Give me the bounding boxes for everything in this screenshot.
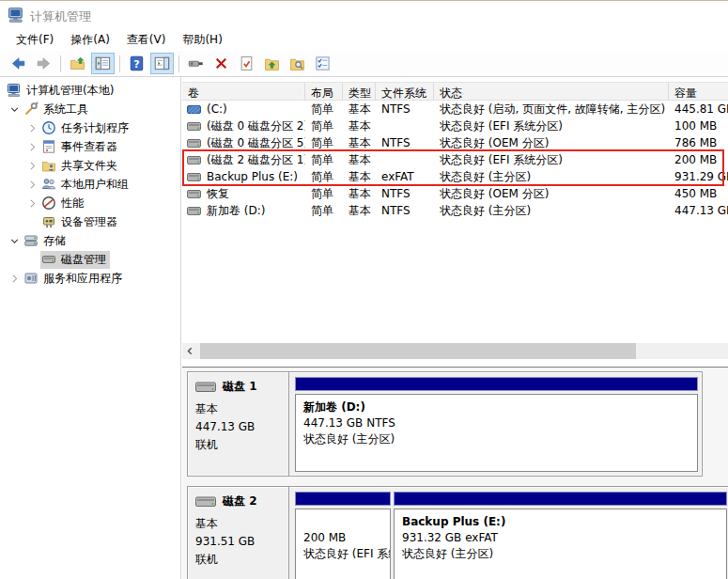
disk-size: 931.51 GB (195, 533, 288, 551)
menu-item-1[interactable]: 操作(A) (62, 29, 118, 51)
show-action-pane-button[interactable] (150, 53, 174, 74)
chevron-right-icon[interactable] (23, 177, 40, 192)
table-row[interactable]: (磁盘 2 磁盘分区 1) 简单 基本 状态良好 (EFI 系统分区) 200 … (182, 151, 728, 168)
device-manager-icon (41, 214, 56, 229)
volume-table-header: 卷布局类型文件系统状态容量 (182, 82, 728, 101)
type-cell: 基本 (343, 186, 376, 202)
shared-folder-icon (41, 158, 56, 173)
tree-item-10[interactable]: 服务和应用程序 (0, 269, 180, 288)
explore-folder-button[interactable] (286, 53, 309, 74)
tree-item-selection: 本地用户和组 (40, 176, 132, 194)
table-row[interactable]: (C:) 简单 基本 NTFS 状态良好 (启动, 页面文件, 故障转储, 主分… (182, 101, 728, 117)
scrollbar-thumb[interactable] (200, 343, 636, 359)
tree-item-8[interactable]: 存储 (0, 231, 180, 250)
chevron-down-icon[interactable] (6, 102, 23, 117)
type-cell: 基本 (343, 102, 376, 117)
tree-item-selection: 任务计划程序 (40, 119, 132, 137)
chevron-placeholder[interactable] (23, 214, 40, 229)
open-folder-button[interactable] (260, 53, 284, 74)
partition-status-line: 状态良好 (EFI 系统分 (303, 546, 390, 562)
filesystem-cell: NTFS (376, 187, 434, 200)
tree-item-7[interactable]: 设备管理器 (0, 212, 180, 231)
tree-item-6[interactable]: 性能 (0, 194, 180, 212)
tree-item-3[interactable]: 事件查看器 (0, 137, 180, 156)
properties-check-button[interactable] (235, 53, 258, 74)
scroll-left-icon[interactable] (182, 343, 198, 359)
menu-item-2[interactable]: 查看(V) (118, 29, 175, 51)
tree-item-5[interactable]: 本地用户和组 (0, 175, 180, 194)
table-row[interactable]: (磁盘 0 磁盘分区 2) 简单 基本 状态良好 (EFI 系统分区) 100 … (182, 117, 728, 134)
table-row[interactable]: Backup Plus (E:) 简单 基本 exFAT 状态良好 (主分区) … (182, 168, 728, 185)
title-bar: 计算机管理 (0, 1, 728, 29)
disk-status: 联机 (195, 436, 288, 454)
tree-item-label: 事件查看器 (61, 139, 117, 155)
back-button[interactable] (7, 53, 30, 74)
column-header[interactable]: 类型 (343, 83, 376, 100)
partition-area: 新加卷 (D:) 447.13 GB NTFS 状态良好 (主分区) (289, 372, 702, 476)
check-doc-icon (239, 55, 255, 71)
forward-button[interactable] (32, 53, 55, 74)
chevron-right-icon[interactable] (23, 158, 40, 173)
chevron-placeholder[interactable] (23, 252, 40, 267)
column-header[interactable]: 布局 (305, 83, 343, 100)
status-cell: 状态良好 (启动, 页面文件, 故障转储, 主分区) (434, 102, 669, 117)
menu-item-0[interactable]: 文件(F) (8, 29, 62, 51)
tree-item-1[interactable]: 系统工具 (0, 100, 180, 118)
svg-text:?: ? (133, 58, 139, 70)
up-level-button[interactable] (66, 53, 89, 74)
layout-cell: 简单 (305, 169, 343, 185)
toolbar-separator (119, 55, 120, 72)
capacity-cell: 445.81 GB (669, 102, 728, 116)
clock-icon (41, 120, 56, 135)
chevron-down-icon[interactable] (6, 233, 23, 248)
status-cell: 状态良好 (EFI 系统分区) (434, 152, 669, 168)
type-cell: 基本 (343, 135, 376, 151)
disk-icon (195, 496, 216, 508)
device-tool-button[interactable] (184, 53, 208, 74)
type-cell: 基本 (343, 118, 376, 134)
partition-color-bar (394, 492, 727, 506)
column-header[interactable]: 容量 (669, 83, 728, 100)
disk-panel: 磁盘 2 基本 931.51 GB 联机 200 MB 状态良好 (EFI 系统… (187, 486, 728, 579)
partition-title (303, 514, 390, 530)
tree-item-selection: 性能 (40, 195, 87, 212)
chevron-right-icon[interactable] (23, 139, 40, 154)
capacity-cell: 100 MB (669, 119, 728, 133)
help-button[interactable]: ? (125, 53, 148, 74)
partition-block[interactable]: 200 MB 状态良好 (EFI 系统分 (295, 492, 391, 579)
volume-name-cell: 恢复 (182, 186, 305, 202)
tree-item-4[interactable]: 共享文件夹 (0, 156, 180, 175)
console-tree: 计算机管理(本地) 系统工具 任务计划程序 事件查看器 共享文件夹 本地用户和组 (0, 77, 181, 579)
menu-bar: 文件(F)操作(A)查看(V)帮助(H) (0, 29, 728, 51)
column-header[interactable]: 状态 (434, 83, 669, 100)
show-console-tree-button[interactable] (91, 53, 115, 74)
folder-up-icon (70, 55, 85, 71)
horizontal-scrollbar[interactable] (182, 343, 728, 359)
performance-icon (41, 196, 56, 211)
tree-item-2[interactable]: 任务计划程序 (0, 118, 180, 137)
partition-color-bar (295, 377, 698, 391)
layout-cell: 简单 (305, 118, 343, 134)
delete-volume-button[interactable] (209, 53, 233, 74)
tree-item-label: 性能 (61, 196, 84, 211)
chevron-right-icon[interactable] (23, 196, 40, 211)
layout-cell: 简单 (305, 102, 343, 117)
column-header[interactable]: 卷 (182, 83, 305, 100)
table-row[interactable]: 恢复 简单 基本 NTFS 状态良好 (OEM 分区) 450 MB (182, 185, 728, 202)
disk-label-box[interactable]: 磁盘 2 基本 931.51 GB 联机 (188, 487, 289, 579)
view-options-button[interactable] (311, 53, 334, 74)
tree-item-9[interactable]: 磁盘管理 (0, 250, 180, 269)
layout-cell: 简单 (305, 203, 343, 219)
table-row[interactable]: (磁盘 0 磁盘分区 5) 简单 基本 NTFS 状态良好 (OEM 分区) 7… (182, 134, 728, 151)
volume-name: 新加卷 (D:) (207, 203, 265, 219)
disk-label-box[interactable]: 磁盘 1 基本 447.13 GB 联机 (188, 372, 289, 476)
partition-block[interactable]: Backup Plus (E:) 931.32 GB exFAT 状态良好 (主… (394, 492, 727, 579)
column-header[interactable]: 文件系统 (376, 83, 434, 100)
table-row[interactable]: 新加卷 (D:) 简单 基本 NTFS 状态良好 (主分区) 447.13 GB (182, 202, 728, 219)
chevron-right-icon[interactable] (23, 120, 40, 135)
chevron-right-icon[interactable] (6, 271, 23, 286)
partition-block[interactable]: 新加卷 (D:) 447.13 GB NTFS 状态良好 (主分区) (295, 377, 698, 472)
menu-item-3[interactable]: 帮助(H) (174, 29, 230, 51)
tree-item-0[interactable]: 计算机管理(本地) (0, 81, 180, 100)
capacity-cell: 447.13 GB (669, 204, 728, 217)
